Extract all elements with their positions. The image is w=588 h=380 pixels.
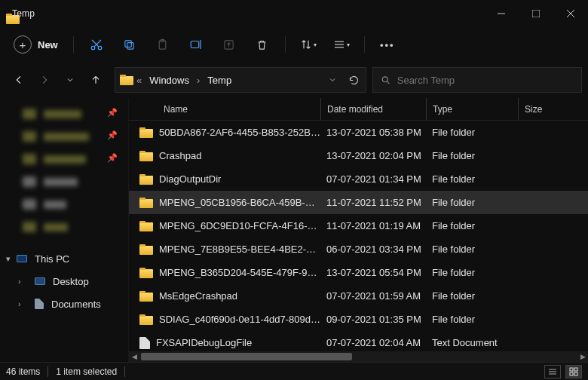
recent-button[interactable]: [57, 67, 83, 93]
table-row[interactable]: MPENG_05CB1956-B6CA-459B-B7DC-0F...11-07…: [129, 191, 588, 214]
cut-button[interactable]: [81, 29, 112, 60]
svg-rect-26: [574, 372, 577, 375]
separator: [364, 36, 365, 53]
table-row[interactable]: Crashpad13-07-2021 02:04 PMFile folder: [129, 144, 588, 167]
chevron-right-icon: ›: [197, 75, 200, 86]
pin-icon: 📌: [107, 108, 118, 118]
file-date: 11-07-2021 01:19 AM: [320, 220, 426, 231]
file-icon: [139, 337, 150, 349]
file-type: File folder: [426, 267, 518, 278]
view-details-button[interactable]: [544, 365, 561, 378]
table-row[interactable]: MPENG_7E8B9E55-BEE4-4BE2-819D-8BEF...06-…: [129, 238, 588, 261]
close-button[interactable]: [553, 0, 588, 27]
view-button[interactable]: ▾: [326, 29, 357, 60]
scrollbar-thumb[interactable]: [141, 353, 352, 360]
svg-rect-23: [570, 368, 573, 371]
back-button[interactable]: [6, 67, 32, 93]
file-type: File folder: [426, 314, 518, 325]
minimize-button[interactable]: [484, 0, 519, 27]
titlebar: Temp: [0, 0, 588, 27]
svg-rect-25: [570, 372, 573, 375]
forward-button[interactable]: [32, 67, 57, 93]
svg-rect-9: [125, 40, 132, 47]
new-button[interactable]: + New: [9, 32, 66, 57]
navbar: « Windows › Temp: [0, 62, 588, 98]
file-name: DiagOutputDir: [159, 173, 221, 185]
column-size[interactable]: Size: [518, 98, 563, 120]
view-large-button[interactable]: [565, 365, 582, 378]
svg-line-19: [387, 81, 390, 84]
copy-button[interactable]: [115, 29, 145, 60]
folder-icon: [139, 198, 153, 208]
refresh-button[interactable]: [348, 75, 360, 86]
file-name: MPENG_6DC9ED10-FCFA-4F16-ADAE-EA...: [159, 220, 320, 231]
table-row[interactable]: FXSAPIDebugLogFile07-07-2021 02:04 AMTex…: [129, 331, 588, 351]
breadcrumb[interactable]: Windows: [145, 72, 194, 89]
folder-icon: [139, 127, 153, 138]
chevron-right-icon: ›: [18, 277, 21, 286]
rename-button[interactable]: [181, 29, 211, 60]
folder-icon: [139, 174, 153, 185]
file-type: File folder: [426, 290, 518, 302]
sidebar: 📌 📌 📌 ▾ This PC › Desktop › Documents: [0, 98, 128, 362]
sidebar-item-desktop[interactable]: › Desktop: [0, 270, 128, 293]
svg-point-5: [98, 46, 102, 50]
file-name: FXSAPIDebugLogFile: [156, 337, 252, 348]
address-bar[interactable]: « Windows › Temp: [115, 67, 366, 93]
svg-point-4: [91, 46, 95, 50]
separator: [285, 36, 286, 53]
file-type: File folder: [426, 244, 518, 255]
table-row[interactable]: 50BDA867-2AF6-4455-B853-252B8E414777-Sig…: [129, 121, 588, 144]
scrollbar-horizontal[interactable]: ◀▶: [129, 351, 588, 362]
column-type[interactable]: Type: [426, 98, 518, 120]
toolbar: + New ▾ ▾ •••: [0, 27, 588, 62]
more-button[interactable]: •••: [372, 29, 403, 60]
table-row[interactable]: SDIAG_c40f690d-0e11-4dd7-809d-261c5c...0…: [129, 308, 588, 331]
separator: [73, 36, 74, 53]
svg-rect-24: [574, 368, 577, 371]
table-row[interactable]: DiagOutputDir07-07-2021 01:34 PMFile fol…: [129, 167, 588, 191]
sidebar-item-label: Documents: [51, 299, 101, 310]
sidebar-item-label: Desktop: [53, 276, 89, 287]
sidebar-item[interactable]: 📌: [0, 148, 128, 170]
sidebar-item[interactable]: 📌: [0, 125, 128, 148]
sidebar-item[interactable]: [0, 193, 128, 216]
sidebar-item-documents[interactable]: › Documents: [0, 293, 128, 315]
file-name: Crashpad: [159, 150, 201, 161]
table-row[interactable]: MPENG_B365D204-545E-479F-927B-5E58...13-…: [129, 261, 588, 284]
search-box[interactable]: [372, 67, 582, 93]
table-row[interactable]: MPENG_6DC9ED10-FCFA-4F16-ADAE-EA...11-07…: [129, 214, 588, 238]
sidebar-item[interactable]: 📌: [0, 103, 128, 125]
sidebar-item-this-pc[interactable]: ▾ This PC: [0, 247, 128, 270]
statusbar: 46 items 1 item selected: [0, 362, 588, 380]
file-name: 50BDA867-2AF6-4455-B853-252B8E414777-Sig…: [159, 127, 320, 138]
share-button[interactable]: [214, 29, 244, 60]
table-row[interactable]: MsEdgeCrashpad07-07-2021 01:59 AMFile fo…: [129, 284, 588, 308]
folder-icon: [139, 314, 153, 325]
pc-icon: [17, 255, 27, 262]
folder-icon: [139, 151, 153, 161]
column-date[interactable]: Date modified: [320, 98, 426, 120]
status-selection: 1 item selected: [56, 366, 117, 377]
pin-icon: 📌: [107, 153, 118, 163]
sidebar-item[interactable]: [0, 170, 128, 193]
sidebar-item-label: This PC: [35, 253, 69, 265]
sort-button[interactable]: ▾: [293, 29, 323, 60]
chevron-down-icon[interactable]: [328, 75, 337, 84]
new-label: New: [38, 39, 58, 51]
file-name: MPENG_7E8B9E55-BEE4-4BE2-819D-8BEF...: [159, 244, 320, 255]
up-button[interactable]: [83, 67, 109, 93]
column-name[interactable]: Name: [139, 98, 320, 120]
breadcrumb[interactable]: Temp: [203, 72, 236, 89]
window-title: Temp: [12, 8, 484, 19]
file-date: 06-07-2021 03:34 PM: [320, 244, 426, 255]
paste-button[interactable]: [148, 29, 178, 60]
delete-button[interactable]: [247, 29, 277, 60]
file-date: 13-07-2021 05:54 PM: [320, 267, 426, 278]
sidebar-item[interactable]: [0, 216, 128, 238]
search-input[interactable]: [397, 75, 574, 86]
file-type: File folder: [426, 127, 518, 138]
svg-rect-8: [127, 42, 134, 48]
desktop-icon: [35, 277, 45, 285]
maximize-button[interactable]: [519, 0, 553, 27]
